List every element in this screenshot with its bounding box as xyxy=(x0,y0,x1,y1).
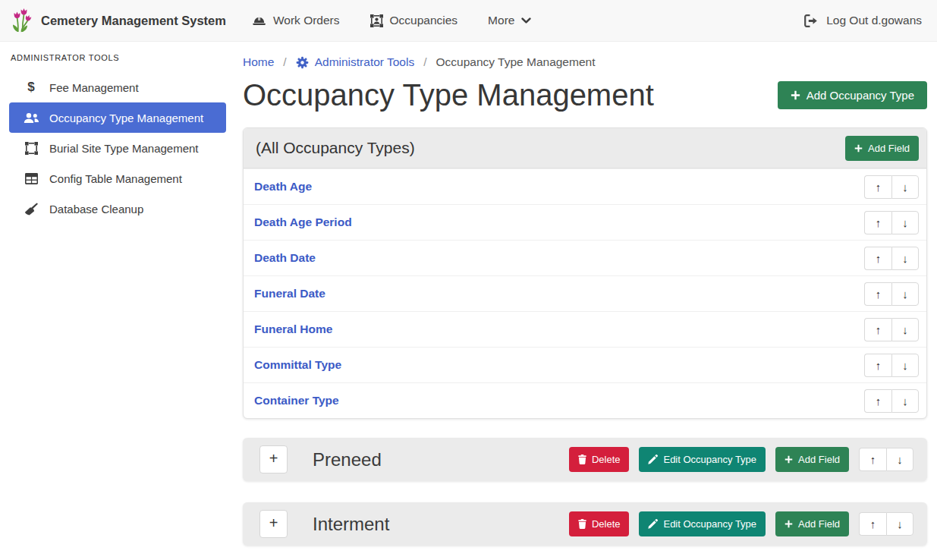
move-down-button[interactable]: ↓ xyxy=(891,354,919,377)
arrow-up-icon: ↑ xyxy=(870,518,876,530)
sidebar-item-config-table-management[interactable]: Config Table Management xyxy=(9,163,226,193)
hard-hat-icon xyxy=(252,15,266,27)
add-field-label: Add Field xyxy=(798,454,840,465)
plus-icon xyxy=(854,144,863,153)
arrow-up-icon: ↑ xyxy=(876,323,882,336)
arrow-down-icon: ↓ xyxy=(902,359,908,372)
add-field-button[interactable]: Add Field xyxy=(775,447,849,472)
edit-occupancy-type-label: Edit Occupancy Type xyxy=(663,518,756,530)
trash-icon xyxy=(578,519,586,529)
logout-link[interactable]: Log Out d.gowans xyxy=(804,14,922,27)
arrow-up-icon: ↑ xyxy=(876,395,882,407)
move-up-button[interactable]: ↑ xyxy=(864,318,891,341)
sidebar-item-burial-site-type-management[interactable]: Burial Site Type Management xyxy=(9,133,226,163)
move-up-button[interactable]: ↑ xyxy=(859,448,886,471)
frame-corners-icon xyxy=(21,142,41,155)
plus-icon xyxy=(785,520,793,528)
arrow-up-icon: ↑ xyxy=(876,181,882,193)
field-row: Death Date ↑ ↓ xyxy=(244,240,926,275)
add-field-label: Add Field xyxy=(868,143,910,154)
move-up-button[interactable]: ↑ xyxy=(864,354,891,377)
main-content: Home / Administrat xyxy=(235,42,937,560)
nav-more[interactable]: More xyxy=(473,14,546,27)
logout-label: Log Out d.gowans xyxy=(826,14,922,27)
field-link-funeral-date[interactable]: Funeral Date xyxy=(254,287,325,300)
sidebar-item-fee-management[interactable]: $ Fee Management xyxy=(9,72,226,102)
move-down-button[interactable]: ↓ xyxy=(886,512,913,536)
field-row: Funeral Home ↑ ↓ xyxy=(244,311,926,347)
field-link-committal-type[interactable]: Committal Type xyxy=(254,358,341,372)
move-down-button[interactable]: ↓ xyxy=(891,247,919,270)
sidebar-item-occupancy-type-management[interactable]: Occupancy Type Management xyxy=(9,102,226,133)
sidebar-item-database-cleanup[interactable]: Database Cleanup xyxy=(9,193,226,224)
table-icon xyxy=(21,173,41,184)
breadcrumb-separator: / xyxy=(283,55,286,69)
arrow-down-icon: ↓ xyxy=(897,453,903,466)
all-occupancy-types-card: (All Occupancy Types) Add Field Death Ag… xyxy=(243,127,927,419)
sidebar-heading: ADMINISTRATOR TOOLS xyxy=(11,53,226,62)
app-brand[interactable]: Cemetery Management System xyxy=(11,8,226,33)
plus-icon: + xyxy=(269,451,278,466)
delete-label: Delete xyxy=(592,454,621,465)
move-up-button[interactable]: ↑ xyxy=(864,389,891,413)
section-title: Preneed xyxy=(313,449,382,470)
breadcrumb-separator: / xyxy=(423,55,426,69)
field-row: Container Type ↑ ↓ xyxy=(244,382,926,418)
field-link-funeral-home[interactable]: Funeral Home xyxy=(254,322,332,336)
nav-occupancies[interactable]: Occupancies xyxy=(355,14,473,27)
arrow-down-icon: ↓ xyxy=(902,288,908,300)
arrow-up-icon: ↑ xyxy=(876,252,882,265)
pencil-icon xyxy=(648,519,658,529)
field-link-death-age-period[interactable]: Death Age Period xyxy=(254,216,352,229)
users-icon xyxy=(21,112,41,124)
arrow-up-icon: ↑ xyxy=(876,216,882,229)
move-up-button[interactable]: ↑ xyxy=(864,175,891,199)
main-nav: Work Orders Occupancies More xyxy=(237,14,547,27)
breadcrumb-home[interactable]: Home xyxy=(243,55,274,69)
arrow-down-icon: ↓ xyxy=(902,252,908,265)
edit-occupancy-type-button[interactable]: Edit Occupancy Type xyxy=(639,447,766,472)
field-link-death-age[interactable]: Death Age xyxy=(254,180,312,193)
plus-icon xyxy=(785,455,793,464)
delete-label: Delete xyxy=(592,518,621,530)
field-link-death-date[interactable]: Death Date xyxy=(254,251,316,265)
page-title: Occupancy Type Management xyxy=(243,78,654,112)
move-up-button[interactable]: ↑ xyxy=(859,512,886,536)
nav-link-label: Work Orders xyxy=(273,14,340,27)
expand-button[interactable]: + xyxy=(259,510,288,538)
field-row: Committal Type ↑ ↓ xyxy=(244,347,926,382)
chevron-down-icon xyxy=(521,17,531,24)
sidebar-item-label: Burial Site Type Management xyxy=(49,142,199,155)
move-down-button[interactable]: ↓ xyxy=(886,448,913,471)
delete-button[interactable]: Delete xyxy=(569,447,630,472)
top-navbar: Cemetery Management System Work Orders xyxy=(0,0,937,42)
gear-icon xyxy=(296,56,309,69)
move-down-button[interactable]: ↓ xyxy=(891,389,919,413)
move-up-button[interactable]: ↑ xyxy=(864,247,891,270)
reorder-buttons: ↑ ↓ xyxy=(864,318,919,341)
delete-button[interactable]: Delete xyxy=(569,511,630,536)
add-field-button[interactable]: Add Field xyxy=(845,136,919,161)
breadcrumb-administrator-tools[interactable]: Administrator Tools xyxy=(296,55,415,69)
move-down-button[interactable]: ↓ xyxy=(891,318,919,341)
edit-occupancy-type-button[interactable]: Edit Occupancy Type xyxy=(639,511,766,536)
section-actions: Delete Edit Occupancy Type Add Field ↑ xyxy=(569,447,913,472)
move-down-button[interactable]: ↓ xyxy=(891,211,919,234)
sidebar-item-label: Occupancy Type Management xyxy=(49,112,203,124)
nav-work-orders[interactable]: Work Orders xyxy=(237,14,355,27)
add-occupancy-type-button[interactable]: Add Occupancy Type xyxy=(778,81,927,109)
reorder-buttons: ↑ ↓ xyxy=(864,389,919,413)
edit-occupancy-type-label: Edit Occupancy Type xyxy=(663,454,756,465)
field-link-container-type[interactable]: Container Type xyxy=(254,394,339,407)
breadcrumb: Home / Administrat xyxy=(243,55,927,69)
card-title: (All Occupancy Types) xyxy=(256,139,415,157)
breadcrumb-current: Occupancy Type Management xyxy=(436,55,596,69)
add-field-button[interactable]: Add Field xyxy=(775,511,849,536)
expand-button[interactable]: + xyxy=(259,445,288,473)
move-down-button[interactable]: ↓ xyxy=(891,175,919,199)
move-down-button[interactable]: ↓ xyxy=(891,282,919,306)
move-up-button[interactable]: ↑ xyxy=(864,282,891,306)
move-up-button[interactable]: ↑ xyxy=(864,211,891,234)
reorder-buttons: ↑ ↓ xyxy=(864,211,919,234)
app-title: Cemetery Management System xyxy=(41,14,226,28)
